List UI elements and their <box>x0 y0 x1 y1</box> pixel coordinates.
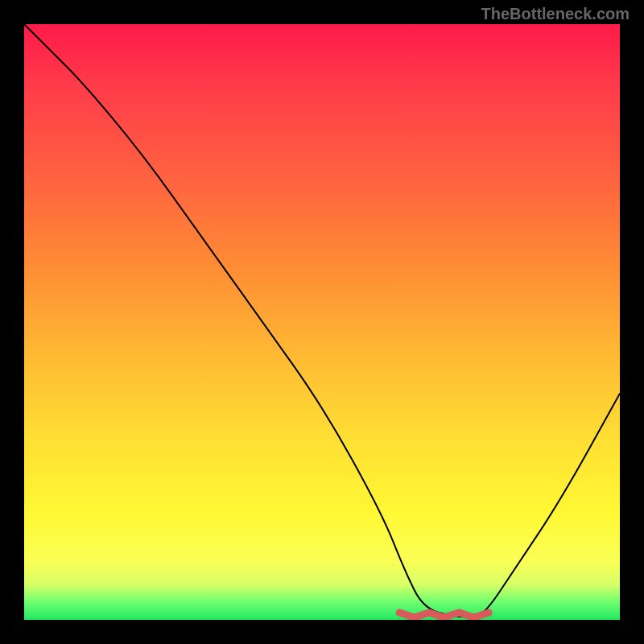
plot-area <box>24 24 620 620</box>
curve-svg <box>24 24 620 620</box>
watermark-text: TheBottleneck.com <box>481 5 630 23</box>
bottleneck-curve-path <box>24 24 620 617</box>
